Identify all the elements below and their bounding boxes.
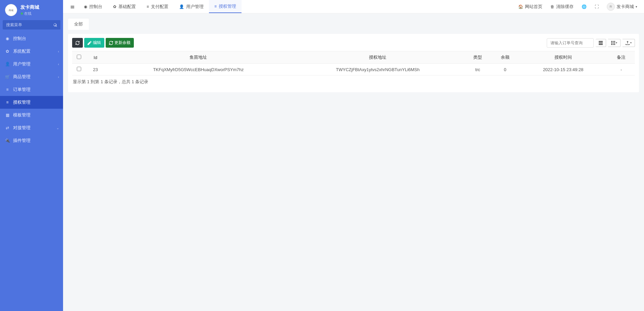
main: ◉控制台 ✿基础配置 ≡支付配置 👤用户管理 ≡授权管理 🏠网站首页 🗑清除缓存…	[63, 0, 644, 311]
chevron-left-icon: ‹	[58, 50, 59, 53]
chevron-left-icon: ‹	[58, 75, 59, 79]
col-remark[interactable]: 备注	[608, 51, 635, 64]
caret-down-icon: ▾	[630, 41, 632, 44]
sidebar-item-plugin-mgmt[interactable]: 🔌插件管理	[0, 134, 63, 147]
sidebar-header: 商城 发卡商城 ❋ 在线	[0, 0, 63, 20]
chevron-down-icon: ▾	[636, 5, 637, 8]
clear-cache-link[interactable]: 🗑清除缓存	[547, 0, 577, 13]
tab-dashboard[interactable]: ◉控制台	[78, 0, 108, 13]
cart-icon: 🛒	[5, 74, 10, 79]
sidebar-item-user-mgmt[interactable]: 👤用户管理‹	[0, 58, 63, 70]
refresh-button[interactable]	[72, 38, 83, 48]
home-link[interactable]: 🏠网站首页	[515, 0, 546, 13]
col-addr2[interactable]: 授权地址	[291, 51, 464, 64]
export-icon	[626, 41, 630, 45]
table-header-row: Id 鱼苗地址 授权地址 类型 余额 授权时间 备注	[72, 51, 635, 64]
search-icon	[53, 23, 57, 27]
refresh-icon	[109, 41, 113, 45]
sidebar-item-dashboard[interactable]: ◉控制台	[0, 32, 63, 45]
cell-addr1: TKFqXMyfrD5G5WccEBHuaqDXworPSYm7hz	[105, 64, 291, 75]
status-dot-icon: ❋	[20, 12, 23, 15]
tab-user-mgmt[interactable]: 👤用户管理	[174, 0, 209, 13]
cell-remark: -	[608, 64, 635, 75]
sidebar-item-auth-mgmt[interactable]: ≡授权管理	[0, 96, 63, 109]
caret-down-icon: ▾	[616, 41, 617, 44]
cog-icon: ✿	[5, 49, 10, 54]
sidebar-status: ❋ 在线	[20, 11, 39, 16]
topbar: ◉控制台 ✿基础配置 ≡支付配置 👤用户管理 ≡授权管理 🏠网站首页 🗑清除缓存…	[63, 0, 644, 13]
sidebar-item-order-mgmt[interactable]: ≡订单管理	[0, 83, 63, 96]
dashboard-icon: ◉	[84, 4, 87, 9]
cell-time: 2022-10-15 23:49:28	[519, 64, 607, 75]
hamburger-icon	[70, 5, 74, 9]
update-balance-button[interactable]: 更新余额	[106, 38, 134, 48]
tab-payment-config[interactable]: ≡支付配置	[141, 0, 174, 13]
toolbar: 编辑 更新余额	[72, 38, 635, 48]
sidebar-title: 发卡商城	[20, 4, 39, 10]
sub-tab-all[interactable]: 全部	[68, 18, 89, 30]
sidebar-item-integration-mgmt[interactable]: ⇄对接管理⌄	[0, 121, 63, 134]
language-icon: 🌐	[582, 4, 587, 9]
columns-button[interactable]: ▾	[608, 39, 621, 47]
select-all-checkbox[interactable]	[77, 55, 81, 59]
chevron-down-icon: ⌄	[56, 126, 59, 130]
tab-basic-config[interactable]: ✿基础配置	[108, 0, 141, 13]
grid-icon	[611, 41, 615, 45]
trash-icon: 🗑	[550, 4, 554, 9]
user-icon: 👤	[5, 62, 10, 66]
order-search-input[interactable]	[547, 38, 594, 48]
sidebar-toggle-button[interactable]	[66, 4, 78, 9]
col-id[interactable]: Id	[86, 51, 105, 64]
refresh-icon	[75, 41, 79, 45]
col-balance[interactable]: 余额	[491, 51, 519, 64]
content-area: 全部 编辑 更新余额	[63, 13, 644, 97]
top-tabs: ◉控制台 ✿基础配置 ≡支付配置 👤用户管理 ≡授权管理	[78, 0, 241, 13]
cell-balance: 0	[491, 64, 519, 75]
col-type[interactable]: 类型	[464, 51, 491, 64]
sidebar-menu: ◉控制台 ✿系统配置‹ 👤用户管理‹ 🛒商品管理‹ ≡订单管理 ≡授权管理 ▦模…	[0, 32, 63, 147]
pencil-icon	[88, 41, 92, 45]
row-checkbox[interactable]	[77, 67, 81, 71]
sidebar-search-button[interactable]	[50, 20, 60, 30]
toggle-view-button[interactable]	[596, 39, 606, 47]
data-table: Id 鱼苗地址 授权地址 类型 余额 授权时间 备注 23 TKFqXMyfrD…	[72, 51, 635, 75]
cell-addr2: TWYCZjFBtAxy1ytvs2xhrNGBTunYLi6MSh	[291, 64, 464, 75]
list-icon: ≡	[147, 4, 149, 9]
plug-icon: 🔌	[5, 138, 10, 143]
col-addr1[interactable]: 鱼苗地址	[105, 51, 291, 64]
cell-type: trc	[464, 64, 491, 75]
table-info: 显示第 1 到第 1 条记录，总共 1 条记录	[72, 75, 635, 88]
sidebar-item-template-mgmt[interactable]: ▦模板管理	[0, 109, 63, 121]
grid-icon: ▦	[5, 113, 10, 117]
dashboard-icon: ◉	[5, 36, 10, 41]
col-time[interactable]: 授权时间	[519, 51, 607, 64]
home-icon: 🏠	[518, 4, 523, 9]
chevron-left-icon: ‹	[58, 62, 59, 66]
user-icon: 👤	[179, 4, 184, 9]
expand-icon: ⛶	[595, 4, 599, 9]
avatar: 商	[607, 3, 615, 11]
list-icon: ≡	[5, 100, 10, 105]
tab-auth-mgmt[interactable]: ≡授权管理	[209, 0, 241, 13]
list-icon: ≡	[5, 87, 10, 92]
sidebar-search	[0, 20, 63, 32]
sidebar-item-product-mgmt[interactable]: 🛒商品管理‹	[0, 70, 63, 83]
sidebar: 商城 发卡商城 ❋ 在线 ◉控制台 ✿系统配置‹ 👤用户管理‹ 🛒商品管理‹ ≡…	[0, 0, 63, 311]
list-icon: ≡	[214, 4, 217, 9]
sub-tab-strip: 全部	[68, 18, 639, 30]
cog-icon: ✿	[113, 4, 116, 9]
sidebar-item-system-config[interactable]: ✿系统配置‹	[0, 45, 63, 58]
sidebar-logo: 商城	[5, 4, 17, 16]
panel: 编辑 更新余额	[68, 34, 639, 92]
exchange-icon: ⇄	[5, 125, 10, 130]
lang-toggle-button[interactable]: 🌐	[578, 0, 590, 13]
cell-id: 23	[86, 64, 105, 75]
edit-button[interactable]: 编辑	[84, 38, 104, 48]
fullscreen-button[interactable]: ⛶	[591, 0, 602, 13]
card-view-icon	[599, 41, 603, 45]
export-button[interactable]: ▾	[623, 39, 635, 47]
table-row[interactable]: 23 TKFqXMyfrD5G5WccEBHuaqDXworPSYm7hz TW…	[72, 64, 635, 75]
user-menu[interactable]: 商 发卡商城 ▾	[603, 0, 641, 13]
